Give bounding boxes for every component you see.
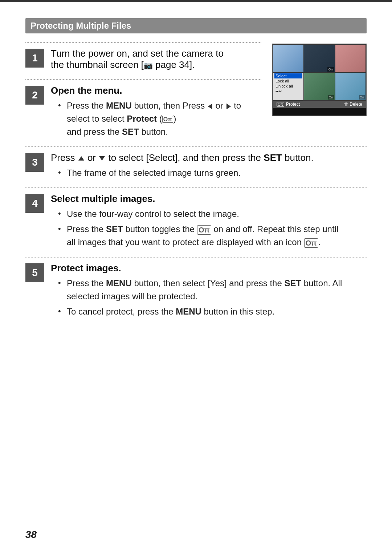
- step-4-content: Select multiple images. Use the four-way…: [51, 190, 367, 255]
- divider-5: [25, 257, 367, 258]
- camera-ui-mockup: On Select Lock all Unlock all ••↩: [272, 44, 367, 116]
- step-2-bullets: Press the MENU button, then Press or to …: [51, 99, 261, 138]
- camera-bottom-bar: Oπ Protect 🗑 Delete: [273, 101, 366, 108]
- camera-screen: On Select Lock all Unlock all ••↩: [272, 44, 367, 116]
- divider-3: [25, 146, 367, 147]
- step-5-bullet-1: Press the MENU button, then select [Yes]…: [58, 277, 367, 303]
- step-3-bullets: The frame of the selected image turns gr…: [51, 166, 367, 179]
- camera-cell-4: Select Lock all Unlock all ••↩: [273, 73, 304, 101]
- step-1-title: Turn the power on, and set the camera to…: [51, 48, 261, 70]
- divider-2: [25, 79, 261, 80]
- step-5-number: 5: [25, 263, 44, 282]
- camera-cell-2: On: [304, 44, 335, 73]
- step-1-content: Turn the power on, and set the camera to…: [51, 45, 261, 77]
- protect-label: Oπ Protect: [277, 102, 300, 107]
- page-number: 38: [25, 529, 37, 540]
- step-3-bullet-1: The frame of the selected image turns gr…: [58, 166, 367, 179]
- up-arrow-icon: [78, 156, 84, 161]
- camera-cell-3: [335, 44, 366, 73]
- steps-1-2-wrapper: 1 Turn the power on, and set the camera …: [25, 40, 367, 144]
- step-1-container: 1 Turn the power on, and set the camera …: [25, 45, 261, 77]
- step-2-title: Open the menu.: [51, 85, 261, 96]
- step-1-number: 1: [25, 49, 44, 68]
- divider-4: [25, 187, 367, 188]
- section-title: Protecting Multiple Files: [30, 21, 131, 31]
- down-arrow-icon: [99, 156, 105, 161]
- divider-1: [25, 42, 261, 43]
- camera-grid: On Select Lock all Unlock all ••↩: [273, 44, 366, 101]
- step-4-number: 4: [25, 194, 44, 213]
- step-3-container: 3 Press or to select [Select], and then …: [25, 149, 367, 185]
- section-header: Protecting Multiple Files: [25, 18, 367, 33]
- step-3-content: Press or to select [Select], and then pr…: [51, 149, 367, 185]
- camera-cell-6: On: [335, 73, 366, 101]
- top-border: [0, 0, 392, 2]
- left-arrow-icon: [208, 104, 212, 109]
- step-2-bullet-1: Press the MENU button, then Press or to …: [58, 99, 261, 138]
- step-3-title: Press or to select [Select], and then pr…: [51, 152, 367, 163]
- step-5-bullets: Press the MENU button, then select [Yes]…: [51, 277, 367, 318]
- step-5-bullet-2: To cancel protect, press the MENU button…: [58, 305, 367, 318]
- step-4-title: Select multiple images.: [51, 193, 367, 204]
- step-2-content: Open the menu. Press the MENU button, th…: [51, 82, 261, 144]
- step-2-container: 2 Open the menu. Press the MENU button, …: [25, 82, 261, 144]
- step-4-container: 4 Select multiple images. Use the four-w…: [25, 190, 367, 255]
- steps-1-2-left: 1 Turn the power on, and set the camera …: [25, 40, 261, 144]
- step-2-number: 2: [25, 86, 44, 105]
- step-5-title: Protect images.: [51, 263, 367, 274]
- camera-cell-5: On: [304, 73, 335, 101]
- step-4-bullet-2: Press the SET button toggles the Oπ on a…: [58, 223, 367, 249]
- step-3-number: 3: [25, 153, 44, 172]
- step-5-container: 5 Protect images. Press the MENU button,…: [25, 260, 367, 324]
- delete-label: 🗑 Delete: [344, 102, 362, 107]
- right-arrow-icon: [226, 104, 231, 109]
- camera-cell-1: [273, 44, 304, 73]
- on-badge-2: On: [327, 67, 334, 72]
- step-5-content: Protect images. Press the MENU button, t…: [51, 260, 367, 324]
- step-4-bullets: Use the four-way control to select the i…: [51, 207, 367, 249]
- step-4-bullet-1: Use the four-way control to select the i…: [58, 207, 367, 220]
